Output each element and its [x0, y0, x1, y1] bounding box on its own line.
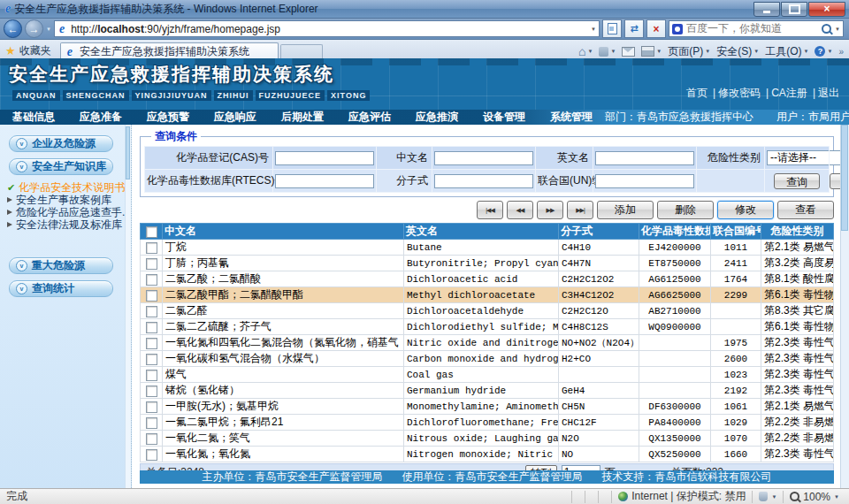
row-checkbox[interactable] [146, 417, 157, 429]
hazard-class-select[interactable]: --请选择-- ▼ [767, 150, 849, 165]
minimize-button[interactable] [753, 2, 780, 17]
nav-item[interactable]: 应急响应 [202, 110, 269, 125]
table-row[interactable]: 一甲胺(无水)；氨基甲烷Monomethylamine; Aminomethan… [141, 399, 834, 415]
en-name-cell: Nitrous oxide; Laughing gas [404, 431, 559, 447]
page-viewport: 安全生产应急救援指挥辅助决策系统 ANQUANSHENGCHANYINGJIJI… [0, 58, 849, 488]
nav-item[interactable]: 设备管理 [470, 110, 538, 125]
cas-input[interactable] [275, 151, 374, 165]
formula-input[interactable] [434, 174, 533, 188]
table-row[interactable]: 二氯二乙硫醚；芥子气Dichlorodiethyl sulfide; Musta… [141, 319, 834, 335]
row-checkbox[interactable] [146, 242, 157, 254]
row-checkbox[interactable] [146, 354, 157, 365]
page-scrollbar-thumb[interactable] [841, 125, 848, 231]
sidebar-scrollbar[interactable] [125, 125, 131, 488]
row-checkbox[interactable] [146, 449, 157, 461]
compatibility-icon [608, 23, 617, 34]
print-button[interactable]: ▼ [641, 46, 662, 57]
table-row[interactable]: 丁烷ButaneC4H10EJ42000001011第2.1类 易燃气体 [141, 240, 834, 256]
tools-menu[interactable]: 工具(O)▼ [765, 44, 808, 59]
row-checkbox[interactable] [146, 386, 157, 397]
forward-button[interactable]: → [25, 19, 43, 38]
header-link[interactable]: 退出 [818, 87, 839, 99]
view-button[interactable]: 查看 [777, 201, 834, 219]
sidebar-group-knowledge[interactable]: v 安全生产知识库 [9, 158, 113, 175]
sidebar-group-query-statistics[interactable]: v 查询统计 [9, 280, 113, 297]
search-button[interactable]: 查询 [774, 173, 820, 189]
row-checkbox[interactable] [146, 433, 157, 445]
row-checkbox[interactable] [146, 258, 157, 270]
nav-item[interactable]: 应急评估 [336, 110, 403, 125]
url-field[interactable]: e http://localhost:90/yjzh/frame/homepag… [54, 20, 600, 37]
back-button[interactable]: ← [4, 19, 22, 38]
home-button[interactable]: ⌂▼ [578, 46, 593, 57]
row-checkbox[interactable] [146, 401, 157, 413]
un-input[interactable] [595, 174, 694, 188]
table-row[interactable]: 一氟二氯甲烷；氟利昂21Dichlorofluoromethane; Freon… [141, 415, 834, 431]
table-row[interactable]: 锗烷（氢化锗）Germanium hydrideGeH42192第2.3类 毒性… [141, 383, 834, 399]
table-row[interactable]: 二氯乙酸；二氯醋酸Dichloroacetic acidC2H2C12O2AG6… [141, 271, 834, 287]
delete-button[interactable]: 删除 [657, 201, 714, 219]
page-scrollbar[interactable] [840, 125, 849, 488]
table-row[interactable]: 一氧化氮；氧化氮Nitrogen monoxide; Nitric oxideN… [141, 447, 834, 462]
table-row[interactable]: 二氯乙醛DichloroacetaldehydeC2H2C12OAB271000… [141, 303, 834, 319]
nav-item[interactable]: 系统管理 [538, 110, 605, 125]
table-row[interactable]: 丁腈；丙基氰Butyronitrile; Propyl cyanideC4H7N… [141, 256, 834, 271]
row-checkbox[interactable] [146, 338, 157, 349]
stop-button[interactable]: × [646, 19, 666, 38]
maximize-button[interactable] [781, 2, 807, 17]
row-checkbox[interactable] [146, 306, 157, 317]
search-magnifier-icon[interactable] [822, 24, 831, 34]
modify-button[interactable]: 修改 [717, 201, 774, 219]
row-checkbox[interactable] [146, 274, 157, 286]
cn-name-input[interactable] [434, 151, 533, 165]
read-mail-button[interactable] [622, 47, 635, 57]
safety-menu[interactable]: 安全(S)▼ [716, 44, 759, 59]
rtecs-input[interactable] [275, 174, 374, 188]
favorites-button[interactable]: ★ 收藏夹 [5, 42, 51, 58]
table-row[interactable]: 一氧化氮和四氧化二氮混合物（氮氧化物，硝基气，氧化氮气体）Nitric oxid… [141, 335, 834, 351]
compatibility-view-button[interactable] [602, 19, 622, 38]
protected-mode-button[interactable]: ▼ [752, 491, 783, 503]
next-page-button[interactable]: ▶▶ [537, 201, 563, 219]
record-toolbar: |◀◀ ◀◀ ▶▶ ▶▶| 添加 删除 修改 查看 [140, 201, 834, 219]
search-input[interactable]: 百度一下，你就知道 ▼ [669, 20, 844, 37]
history-dropdown-icon[interactable]: ▼ [46, 27, 51, 32]
nav-item[interactable]: 应急推演 [403, 110, 470, 125]
row-checkbox[interactable] [146, 370, 157, 381]
query-legend: 查询条件 [151, 129, 201, 144]
nav-item[interactable]: 应急预警 [134, 110, 202, 125]
sidebar-group-enterprise-hazard[interactable]: v 企业及危险源 [9, 135, 113, 152]
sidebar-item-laws-standards[interactable]: 安全法律法规及标准库 [7, 218, 131, 231]
help-menu[interactable]: ?▼ [815, 46, 832, 57]
zoom-control[interactable]: 100% ▼ [783, 491, 845, 503]
sidebar: v 企业及危险源 v 安全生产知识库 ✔ 化学品安全技术说明书 安全生产事故案例… [0, 125, 132, 488]
table-row[interactable]: 一氧化碳和氢气混合物（水煤气）Carbon monoxide and hydro… [141, 351, 834, 367]
select-all-checkbox[interactable] [146, 226, 157, 238]
row-checkbox[interactable] [146, 322, 157, 333]
url-dropdown-icon[interactable]: ▼ [591, 27, 596, 32]
nav-item[interactable]: 后期处置 [269, 110, 336, 125]
search-dropdown-icon[interactable]: ▼ [835, 27, 840, 32]
table-row[interactable]: 二氯乙酸甲酯；二氯醋酸甲酯Methyl dichloroacetateC3H4C… [141, 287, 834, 303]
table-row[interactable]: 一氧化二氮；笑气Nitrous oxide; Laughing gasN2OQX… [141, 431, 834, 447]
overflow-chevron-icon[interactable]: » [838, 47, 844, 57]
header-link[interactable]: 首页 [686, 87, 708, 99]
nav-item[interactable]: 应急准备 [67, 110, 134, 125]
add-button[interactable]: 添加 [597, 201, 654, 219]
nav-item[interactable]: 基础信息 [0, 110, 67, 125]
en-name-input[interactable] [595, 151, 694, 165]
header-link[interactable]: 修改密码 [718, 87, 761, 99]
table-row[interactable]: 煤气Coal gas1023第2.3类 毒性气体 [141, 367, 834, 383]
header-link[interactable]: CA注册 [771, 87, 807, 99]
feeds-button[interactable]: ▼ [599, 47, 616, 57]
row-checkbox[interactable] [146, 290, 157, 302]
browser-tab[interactable]: e 安全生产应急救援指挥辅助决策系统 [60, 42, 279, 60]
first-page-button[interactable]: |◀◀ [477, 201, 503, 219]
refresh-button[interactable]: ⇄ [624, 19, 644, 38]
close-button[interactable]: × [808, 2, 845, 17]
last-page-button[interactable]: ▶▶| [567, 201, 593, 219]
prev-page-button[interactable]: ◀◀ [507, 201, 533, 219]
cn-name-cell: 一氟二氯甲烷；氟利昂21 [163, 415, 404, 431]
page-menu[interactable]: 页面(P)▼ [668, 44, 710, 59]
sidebar-group-major-hazard[interactable]: v 重大危险源 [9, 257, 113, 274]
